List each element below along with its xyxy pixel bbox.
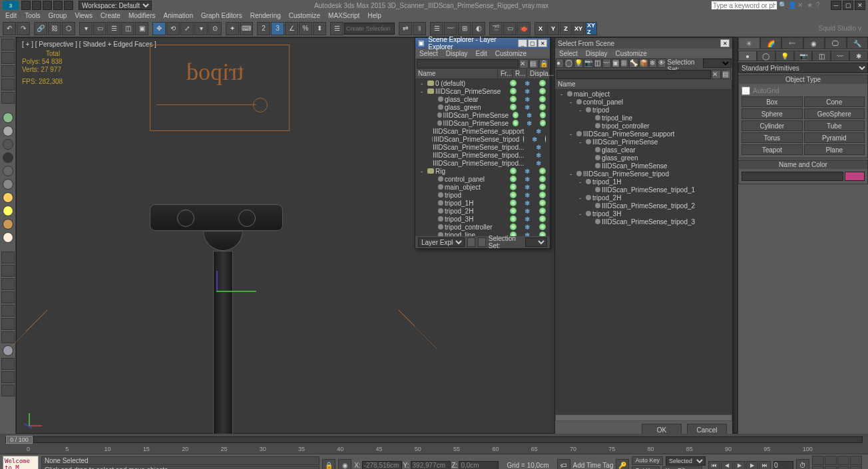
tree-row[interactable]: IIIDScan_PrimeSense_tripod...❄	[415, 143, 550, 151]
cp-tab-utilities-icon[interactable]: 🔧	[847, 37, 869, 49]
se-view-icon[interactable]: ▤	[529, 59, 539, 69]
se-menu-customize[interactable]: Customize	[495, 50, 527, 57]
tree-row[interactable]: tripod_controller	[555, 122, 732, 130]
axis-xyz-button[interactable]: XYZ	[585, 22, 597, 35]
percent-snap-icon[interactable]: %	[299, 22, 312, 35]
key-icon[interactable]: 🔑	[616, 459, 629, 470]
sfs-f-hidden-icon[interactable]: 👁	[658, 59, 666, 68]
tree-row[interactable]: tripod_line❄	[415, 231, 550, 236]
tree-row[interactable]: -IIIDScan_PrimeSense_support	[555, 130, 732, 138]
material-editor-icon[interactable]: ◐	[472, 22, 485, 35]
se-selset-dropdown[interactable]	[525, 237, 547, 247]
add-time-tag[interactable]: Add Time Tag	[573, 462, 614, 469]
ltool-a-icon[interactable]	[1, 251, 15, 263]
ltool-sphere6-icon[interactable]	[3, 179, 13, 190]
curve-editor-icon[interactable]: 〰	[444, 22, 457, 35]
qat-undo-icon[interactable]	[53, 1, 63, 10]
play-icon[interactable]: ▶	[734, 461, 746, 470]
sfs-hscrollbar[interactable]	[556, 415, 732, 420]
se-explorer-dropdown[interactable]: Layer Explorer	[418, 237, 465, 247]
cp-tab-hierarchy-icon[interactable]: ⬳	[781, 37, 803, 49]
sfs-f-cameras-icon[interactable]: 📷	[584, 59, 593, 68]
sfs-f-containers-icon[interactable]: 📦	[639, 59, 648, 68]
select-by-name-icon[interactable]: ☰	[107, 22, 120, 35]
ltool-2-icon[interactable]	[1, 52, 15, 64]
sfs-menu-display[interactable]: Display	[586, 50, 608, 57]
sfs-f-bones-icon[interactable]: 🦴	[629, 59, 638, 68]
sfs-f-helpers-icon[interactable]: ◫	[594, 59, 602, 68]
sfs-f-geometry-icon[interactable]: ●	[556, 59, 564, 68]
nav-zoomregion-icon[interactable]	[825, 466, 837, 469]
setkey-button[interactable]: Set Key	[632, 466, 660, 470]
tree-row[interactable]: IIIDScan_PrimeSense_tripod_1	[555, 186, 732, 194]
autokey-button[interactable]: Auto Key	[632, 456, 663, 465]
tree-row[interactable]: tripod_controller❄	[415, 223, 550, 231]
nav-pan-icon[interactable]	[812, 456, 824, 465]
ltool-b-icon[interactable]	[1, 265, 15, 277]
axis-y-button[interactable]: Y	[547, 22, 559, 35]
time-tag-icon[interactable]: 🏷	[557, 459, 570, 470]
se-status-icon2[interactable]	[478, 237, 486, 247]
sfs-f-groups-icon[interactable]: ▣	[612, 59, 620, 68]
favorites-icon[interactable]: ★	[807, 1, 815, 9]
prev-frame-icon[interactable]: ◀	[721, 461, 733, 470]
menu-views[interactable]: Views	[75, 12, 93, 19]
move-gizmo[interactable]	[196, 291, 250, 304]
app-logo[interactable]: 3	[3, 1, 19, 10]
coord-z-input[interactable]	[459, 461, 499, 470]
tree-row[interactable]: -control_panel	[555, 98, 732, 106]
tree-row[interactable]: tripod_3H❄	[415, 215, 550, 223]
menu-rendering[interactable]: Rendering	[250, 12, 281, 19]
snap-3d-icon[interactable]: 3	[271, 22, 284, 35]
goto-start-icon[interactable]: ⏮	[708, 461, 720, 470]
se-status-icon1[interactable]	[467, 237, 475, 247]
cp-sub-geometry-icon[interactable]: ●	[738, 51, 757, 61]
ltool-sphere3-icon[interactable]	[3, 139, 13, 150]
coord-y-input[interactable]	[411, 461, 451, 470]
tree-row[interactable]: -IIIDScan_PrimeSense	[555, 138, 732, 146]
btn-teapot[interactable]: Teapot	[742, 144, 803, 155]
nav-walk-icon[interactable]	[850, 466, 862, 469]
sfs-f-shapes-icon[interactable]: ◯	[564, 59, 573, 68]
sfs-tree[interactable]: -main_object-control_panel-tripodtripod_…	[555, 90, 732, 414]
select-move-icon[interactable]: ✥	[152, 22, 166, 35]
ref-coord-icon[interactable]: ▾	[194, 22, 208, 35]
selection-filter-icon[interactable]: ▾	[79, 22, 93, 35]
tree-row[interactable]: -IIIDScan_PrimeSense❄	[415, 87, 550, 95]
cp-tab-motion-icon[interactable]: ◉	[803, 37, 825, 49]
cp-tab-create-icon[interactable]: ✳	[738, 37, 760, 49]
coord-x-input[interactable]	[362, 461, 402, 470]
ltool-4-icon[interactable]	[1, 78, 15, 90]
nav-orbit-icon[interactable]	[812, 466, 824, 469]
se-menu-select[interactable]: Select	[419, 50, 438, 57]
keyfilters-button[interactable]: Key Filters...	[662, 466, 702, 470]
axis-z-button[interactable]: Z	[560, 22, 572, 35]
btn-sphere[interactable]: Sphere	[742, 108, 803, 119]
render-frame-icon[interactable]: ▭	[503, 22, 517, 35]
btn-tube[interactable]: Tube	[804, 120, 865, 131]
tree-row[interactable]: IIIDScan_PrimeSense_support❄	[415, 127, 550, 135]
tree-row[interactable]: tripod_2H❄	[415, 207, 550, 215]
sfs-f-spacewarps-icon[interactable]: 〰	[602, 59, 610, 68]
axis-xy-button[interactable]: XY	[572, 22, 584, 35]
ltool-f-icon[interactable]	[1, 318, 15, 330]
menu-customize[interactable]: Customize	[289, 12, 320, 19]
btn-pyramid[interactable]: Pyramid	[804, 132, 865, 143]
ltool-d-icon[interactable]	[1, 291, 15, 303]
tree-row[interactable]: IIIDScan_PrimeSense_tripod❄	[415, 135, 550, 143]
dlg-min-button[interactable]: _	[518, 39, 527, 47]
tree-row[interactable]: tripod_1H❄	[415, 199, 550, 207]
pivot-icon[interactable]: ⊙	[208, 22, 222, 35]
tree-row[interactable]: glass_clear	[555, 146, 732, 154]
workspace-dropdown[interactable]: Workspace: Default	[79, 1, 152, 10]
edit-named-sel-icon[interactable]: ☰	[330, 22, 343, 35]
exchange-icon[interactable]: ✕	[797, 1, 805, 9]
qat-save-icon[interactable]	[43, 1, 52, 10]
tree-row[interactable]: IIIDScan_PrimeSense_tripod...❄	[415, 159, 550, 167]
tree-row[interactable]: IIIDScan_PrimeSense❄	[415, 119, 550, 127]
nav-fov-icon[interactable]	[850, 456, 862, 465]
render-setup-icon[interactable]: 🎬	[489, 22, 503, 35]
close-button[interactable]: ✕	[855, 1, 865, 10]
se-col-render[interactable]: R...	[513, 70, 527, 78]
redo-icon[interactable]: ↷	[17, 22, 30, 35]
